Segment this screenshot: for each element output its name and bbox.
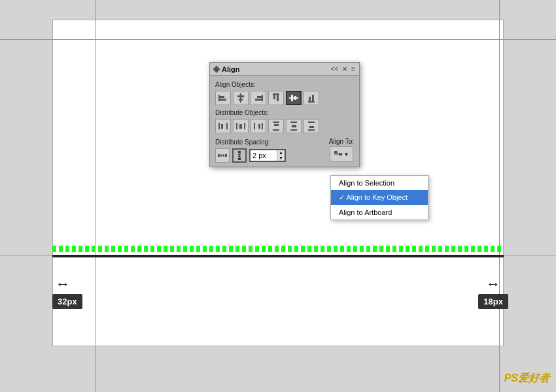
align-top-button[interactable] xyxy=(268,91,284,105)
svg-rect-16 xyxy=(309,97,311,101)
panel-title-left: Align xyxy=(214,65,240,73)
svg-rect-11 xyxy=(277,95,279,101)
svg-rect-5 xyxy=(239,99,243,101)
dist-spacing-h-button[interactable] xyxy=(215,148,230,163)
svg-rect-1 xyxy=(220,96,224,98)
svg-rect-36 xyxy=(218,154,220,157)
svg-rect-10 xyxy=(273,95,275,99)
svg-rect-34 xyxy=(308,129,315,131)
measure-left-label: 32px xyxy=(52,294,82,309)
svg-rect-30 xyxy=(290,122,297,123)
watermark: PS爱好者 xyxy=(504,372,549,385)
svg-rect-3 xyxy=(240,93,241,103)
align-left-button[interactable] xyxy=(215,91,231,105)
svg-rect-7 xyxy=(257,96,262,98)
svg-rect-29 xyxy=(274,124,279,126)
svg-rect-12 xyxy=(289,97,298,99)
arrow-right-icon: ↔ xyxy=(486,276,500,293)
guide-line-horizontal-1 xyxy=(0,39,556,40)
svg-rect-15 xyxy=(308,101,315,103)
align-right-button[interactable] xyxy=(251,91,266,105)
spacing-input-group[interactable]: ▲ ▼ xyxy=(249,149,286,163)
dist-spacing-v-button[interactable] xyxy=(232,148,247,163)
align-to-dropdown-arrow[interactable]: ▼ xyxy=(343,152,349,157)
svg-rect-42 xyxy=(238,158,241,160)
guide-line-vertical-2 xyxy=(499,0,500,392)
svg-rect-8 xyxy=(255,99,262,101)
distribute-spacing-section: Distribute Spacing: xyxy=(215,137,354,163)
align-to-selection-item[interactable]: Align to Selection xyxy=(331,176,428,190)
spacing-down-button[interactable]: ▼ xyxy=(277,155,285,161)
svg-rect-18 xyxy=(218,123,220,129)
svg-rect-6 xyxy=(262,95,263,101)
align-objects-row xyxy=(215,91,354,105)
svg-rect-41 xyxy=(238,151,241,153)
dist-center-h-button[interactable] xyxy=(233,119,249,133)
spacing-input[interactable] xyxy=(251,151,277,160)
panel-title-text: Align xyxy=(222,65,240,73)
svg-rect-19 xyxy=(226,123,228,129)
align-objects-label: Align Objects: xyxy=(215,81,354,88)
svg-rect-9 xyxy=(273,93,279,95)
canvas-area: ↔ ↔ 32px 18px PS爱好者 Align << ✕ ≡ Align O… xyxy=(0,0,556,392)
align-panel: Align << ✕ ≡ Align Objects: xyxy=(209,62,360,167)
distribute-objects-label: Distribute Objects: xyxy=(215,109,354,116)
distribute-objects-row xyxy=(215,119,354,133)
svg-rect-24 xyxy=(254,123,255,129)
svg-rect-28 xyxy=(273,129,279,131)
svg-rect-14 xyxy=(294,96,296,100)
panel-close-icon[interactable]: ✕ xyxy=(342,65,347,73)
svg-rect-32 xyxy=(292,125,296,127)
align-center-h-button[interactable] xyxy=(233,91,249,105)
svg-rect-37 xyxy=(225,154,227,157)
align-to-dropdown-menu: Align to Selection Align to Key Object A… xyxy=(330,175,428,220)
measure-right-label: 18px xyxy=(478,294,508,309)
svg-rect-0 xyxy=(218,95,220,101)
spacing-arrows[interactable]: ▲ ▼ xyxy=(277,150,285,161)
selection-line xyxy=(52,246,504,252)
align-to-button[interactable]: ▼ xyxy=(330,146,353,162)
svg-rect-27 xyxy=(273,122,279,123)
dist-bottom-button[interactable] xyxy=(304,119,319,133)
panel-controls[interactable]: << ✕ ≡ xyxy=(330,65,355,73)
dist-left-button[interactable] xyxy=(215,119,231,133)
spacing-up-button[interactable]: ▲ xyxy=(277,150,285,155)
dist-right-button[interactable] xyxy=(251,119,266,133)
svg-rect-35 xyxy=(309,126,314,128)
arrow-left-icon: ↔ xyxy=(56,276,70,293)
svg-rect-46 xyxy=(334,151,338,154)
panel-collapse-button[interactable]: << xyxy=(330,65,338,73)
align-center-v-button[interactable] xyxy=(286,91,302,105)
align-bottom-button[interactable] xyxy=(304,91,319,105)
panel-body: Align Objects: xyxy=(210,76,359,167)
dist-top-button[interactable] xyxy=(268,119,284,133)
svg-rect-25 xyxy=(262,123,263,129)
distribute-spacing-label: Distribute Spacing: xyxy=(215,139,286,146)
align-to-key-object-item[interactable]: Align to Key Object xyxy=(331,190,428,205)
dist-center-v-button[interactable] xyxy=(286,119,302,133)
svg-rect-22 xyxy=(244,123,245,129)
svg-rect-4 xyxy=(237,95,244,97)
align-to-artboard-item[interactable]: Align to Artboard xyxy=(331,205,428,220)
panel-menu-icon[interactable]: ≡ xyxy=(351,65,355,73)
svg-rect-17 xyxy=(312,95,314,101)
svg-rect-26 xyxy=(258,124,260,129)
svg-rect-23 xyxy=(239,124,242,129)
panel-diamond-icon xyxy=(213,65,220,73)
svg-rect-31 xyxy=(290,129,297,131)
svg-rect-33 xyxy=(308,122,315,123)
svg-rect-13 xyxy=(291,95,293,101)
panel-titlebar: Align << ✕ ≡ xyxy=(210,63,359,76)
align-to-label: Align To: xyxy=(329,138,354,145)
distribute-spacing-row: ▲ ▼ xyxy=(215,148,286,163)
svg-rect-2 xyxy=(220,99,226,101)
svg-rect-21 xyxy=(236,123,237,129)
horizontal-bar xyxy=(52,255,504,257)
svg-rect-20 xyxy=(221,124,223,129)
guide-line-vertical-1 xyxy=(95,0,96,392)
